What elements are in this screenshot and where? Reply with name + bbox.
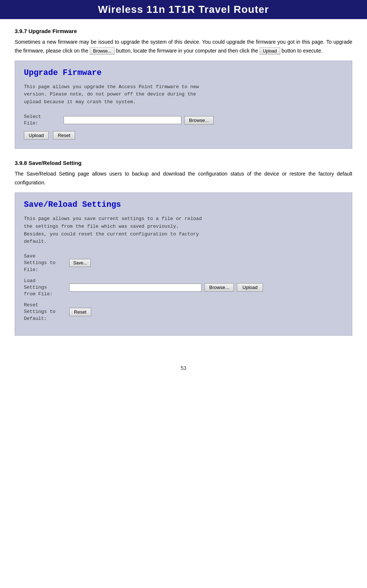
firmware-action-row: Upload Reset (24, 131, 343, 140)
load-settings-label: LoadSettingsfrom File: (24, 278, 66, 298)
upload-button-inline[interactable]: Upload (260, 47, 280, 55)
upgrade-firmware-title: Upgrade Firmware (24, 68, 343, 77)
load-upload-button[interactable]: Upload (237, 283, 263, 292)
page-footer: 53 (0, 361, 367, 378)
load-settings-row: LoadSettingsfrom File: Browse... Upload (24, 278, 343, 298)
save-settings-label: SaveSettings toFile: (24, 253, 66, 273)
upgrade-firmware-desc: This page allows you upgrade the Access … (24, 83, 343, 106)
save-reload-panel: Save/Reload Settings This page allows yo… (15, 192, 352, 336)
section-397-heading: 3.9.7 Upgrade Firmware (15, 28, 352, 34)
reset-settings-button[interactable]: Reset (69, 308, 91, 316)
firmware-file-input[interactable] (64, 116, 181, 124)
firmware-browse-button[interactable]: Browse... (184, 116, 214, 125)
save-reload-title: Save/Reload Settings (24, 200, 343, 209)
firmware-reset-button[interactable]: Reset (53, 131, 75, 140)
section-397-body: Sometimes a new firmware may be issued t… (15, 38, 352, 55)
select-file-label: SelectFile: (24, 113, 61, 127)
firmware-upload-button[interactable]: Upload (24, 131, 49, 140)
select-file-row: SelectFile: Browse... (24, 113, 343, 127)
section-397-text-2: button, locate the firmware in your comp… (116, 48, 258, 54)
reset-settings-label: ResetSettings toDefault: (24, 302, 66, 322)
load-settings-input[interactable] (69, 284, 202, 292)
save-reload-desc: This page allows you save current settin… (24, 215, 343, 246)
section-398-body: The Save/Reload Setting page allows user… (15, 170, 352, 187)
reset-settings-row: ResetSettings toDefault: Reset (24, 302, 343, 322)
section-398-heading: 3.9.8 Save/Reload Setting (15, 160, 352, 166)
page-header: Wireless 11n 1T1R Travel Router (0, 0, 367, 19)
browse-button-inline[interactable]: Browse... (90, 47, 115, 55)
save-settings-row: SaveSettings toFile: Save... (24, 253, 343, 273)
section-397-text-3: button to execute. (282, 48, 323, 54)
load-browse-button[interactable]: Browse... (204, 283, 234, 292)
save-settings-button[interactable]: Save... (69, 259, 91, 267)
upgrade-firmware-panel: Upgrade Firmware This page allows you up… (15, 61, 352, 149)
